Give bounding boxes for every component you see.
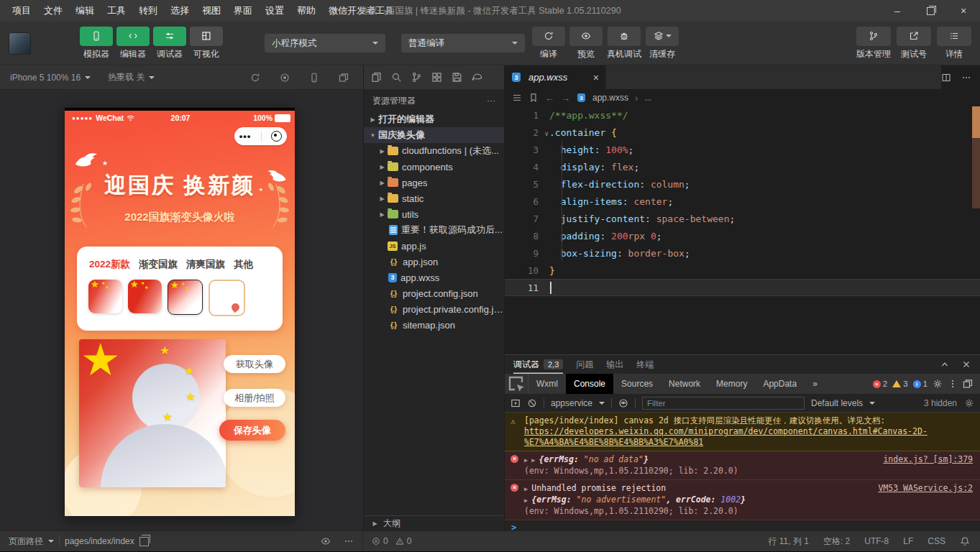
close-panel-icon[interactable] [961,359,971,369]
compile-mode-dropdown[interactable]: 普通编译 [401,34,525,52]
js-context-dropdown[interactable]: appservice [551,398,592,408]
search-icon[interactable] [391,72,402,83]
devtools-tab-Network[interactable]: Network [661,374,708,394]
more-dots-icon[interactable]: ••• [239,133,252,140]
open-editors-icon[interactable] [371,72,382,83]
close-button[interactable]: × [947,0,980,22]
tree-item-app.json[interactable]: {.}app.json [364,254,504,270]
preview-eye-icon[interactable] [321,536,331,546]
tool-清缓存[interactable]: 清缓存 [646,27,679,60]
device-selector[interactable]: iPhone 5 100% 16 [10,73,81,83]
tree-item-components[interactable]: ▶components [364,159,504,175]
breadcrumb-file[interactable]: 3 app.wxss [577,93,628,103]
overview-ruler[interactable] [972,106,980,208]
album-camera-button[interactable]: 相册/拍照 [224,389,285,407]
code-line-6[interactable]: 6 align-items: center; [505,193,980,210]
outline-section[interactable]: ▶ 大纲 [364,515,504,530]
menu-工具[interactable]: 工具 [101,0,132,22]
problems-indicator[interactable]: 0 0 [363,536,411,546]
tree-item-pages[interactable]: ▶pages [364,175,504,190]
style-tab-清爽国旗[interactable]: 清爽国旗 [186,258,225,271]
flag-style-thumbnail[interactable]: ★★★ [128,280,162,313]
gear-icon[interactable] [933,379,943,389]
debugger-tab-问题[interactable]: 问题 [576,355,593,374]
source-location-link[interactable]: index.js? [sm]:379 [883,454,973,465]
tool-测试号[interactable]: 测试号 [897,27,931,60]
menu-设置[interactable]: 设置 [259,0,290,22]
tool-详情[interactable]: 详情 [937,27,971,60]
devtools-tab-Memory[interactable]: Memory [708,374,755,394]
console-messages[interactable]: ⚠[pages/index/index] canvas 2d 接口支持同层渲染且… [505,413,980,530]
code-line-7[interactable]: 7 justify-content: space-between; [505,210,980,227]
tree-item-app.js[interactable]: JSapp.js [364,238,504,254]
tool-编辑器[interactable]: 编辑器 [116,27,150,60]
code-line-8[interactable]: 8 padding: 200rpx 0; [505,227,980,244]
menu-界面[interactable]: 界面 [227,0,259,22]
warning-count-badge[interactable]: 3 [892,380,907,388]
debugger-tab-终端[interactable]: 终端 [636,355,654,374]
save-all-icon[interactable] [452,72,462,83]
menu-编辑[interactable]: 编辑 [69,0,101,22]
device-frame-icon[interactable] [309,73,319,83]
multi-window-icon[interactable] [339,73,349,83]
fold-chevron-icon[interactable]: ∨ [545,130,549,137]
debugger-tab-输出[interactable]: 输出 [606,355,623,374]
rotate-icon[interactable] [250,73,260,83]
plugin-icon[interactable] [472,72,482,83]
code-line-4[interactable]: 4 display: flex; [505,158,980,175]
capsule-menu[interactable]: ••• [234,127,287,145]
capsule-close-icon[interactable] [271,131,282,142]
collapse-panel-icon[interactable] [940,359,950,369]
log-levels-dropdown[interactable]: Default levels [811,398,863,408]
notifications-bell-icon[interactable] [960,536,970,546]
split-editor-icon[interactable] [941,73,951,83]
back-icon[interactable]: ← [545,93,554,104]
outline-list-icon[interactable] [512,93,522,103]
debugger-tab-调试器[interactable]: 调试器2,3 [513,355,563,374]
record-icon[interactable] [280,73,290,83]
tool-版本管理[interactable]: 版本管理 [856,27,891,60]
console-settings-icon[interactable] [964,398,974,408]
minimize-button[interactable]: – [881,0,914,22]
code-line-5[interactable]: 5 flex-direction: column; [505,175,980,193]
maximize-button[interactable] [914,0,947,22]
tool-模拟器[interactable]: 模拟器 [80,27,113,60]
status-CSS[interactable]: CSS [928,536,945,546]
code-line-10[interactable]: 10} [505,262,980,279]
clear-console-icon[interactable] [527,398,537,408]
close-tab-icon[interactable]: × [593,73,599,83]
bookmark-icon[interactable] [528,93,539,103]
dock-side-icon[interactable] [963,379,973,389]
tree-item-app.wxss[interactable]: 3app.wxss [364,270,504,285]
error-count-badge[interactable]: ×2 [873,380,887,388]
frame-style-thumbnail[interactable] [209,280,245,316]
console-link[interactable]: https://developers.weixin.qq.com/minipro… [524,426,928,447]
save-avatar-button[interactable]: 保存头像 [219,420,285,441]
copy-path-icon[interactable] [139,537,149,546]
more-dots-icon[interactable] [344,536,354,546]
avatar[interactable] [9,32,31,55]
tool-编译[interactable]: 编译 [532,27,565,60]
mode-dropdown[interactable]: 小程序模式 [265,34,385,52]
status-空格: 2[interactable]: 空格: 2 [823,535,850,548]
status-行 11, 列 1[interactable]: 行 11, 列 1 [768,535,808,548]
tool-调试器[interactable]: 调试器 [153,27,186,60]
console-prompt[interactable]: > [505,520,980,530]
code-editor[interactable]: 1/**app.wxss**/2∨.container {3 height: 1… [505,106,980,354]
source-location-link[interactable]: VM53 WAService.js:2 [878,483,973,494]
menu-文件[interactable]: 文件 [37,0,69,22]
flag-style-thumbnail-selected[interactable]: ★★★ [168,280,203,315]
console-warning[interactable]: ⚠[pages/index/index] canvas 2d 接口支持同层渲染且… [505,413,980,451]
tree-item-重要！获取源码成功后...[interactable]: 重要！获取源码成功后... [364,222,504,238]
forward-icon[interactable]: → [561,93,570,104]
get-avatar-button[interactable]: 获取头像 [224,355,285,373]
tree-item-project.config.json[interactable]: {.}project.config.json [364,285,504,301]
menu-选择[interactable]: 选择 [164,0,196,22]
flag-style-thumbnail[interactable]: ★★★ [88,280,122,313]
tree-item-打开的编辑器[interactable]: ▶打开的编辑器 [364,111,504,127]
editor-more-icon[interactable] [961,73,971,83]
tool-真机调试[interactable]: 真机调试 [607,27,641,60]
devtools-tab-AppData[interactable]: AppData [755,374,805,394]
console-sidebar-icon[interactable] [510,398,521,408]
inspect-element-icon[interactable] [505,374,528,394]
